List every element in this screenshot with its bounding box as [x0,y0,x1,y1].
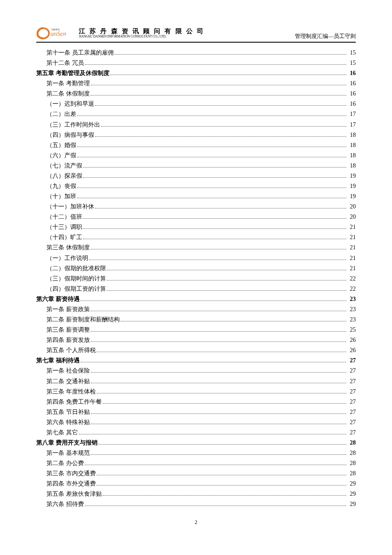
toc-entry-title: （十一）加班补休 [46,202,94,212]
toc-entry-page: 29 [350,489,356,499]
toc-entry-title: （四）假期工资的计算 [46,284,106,294]
toc-entry[interactable]: 第十一条 员工亲属的雇佣15 [36,48,356,58]
toc-entry-page: 27 [350,356,356,366]
toc-entry-page: 18 [350,150,356,161]
toc-entry[interactable]: 第四条 免费工作午餐27 [36,397,356,407]
toc-entry[interactable]: 第一条 社会保险27 [36,366,356,376]
toc-entry-page: 18 [350,161,356,171]
toc-entry-title: （二）出差 [46,109,76,119]
toc-entry-title: 第二条 休假制度 [46,89,90,99]
toc-entry-title: 第二条 薪资制度和薪酬结构 [46,315,120,325]
toc-entry-title: （十四）旷工 [46,232,82,243]
toc-entry-page: 21 [350,222,356,232]
toc-entry-title: （二）假期的批准权限 [46,263,106,274]
toc-entry[interactable]: （二）假期的批准权限21 [36,263,356,274]
toc-entry[interactable]: 第二条 交通补贴27 [36,376,356,387]
toc-entry[interactable]: 第三条 薪资调整25 [36,325,356,335]
toc-entry-title: 第三条 休假制度 [46,243,90,253]
toc-entry[interactable]: 第六条 特殊补贴27 [36,417,356,428]
toc-entry-page: 18 [350,130,356,140]
toc-entry[interactable]: （四）病假与事假18 [36,130,356,140]
toc-entry-page: 16 [350,68,356,78]
toc-entry-title: 第五条 个人所得税 [46,345,96,356]
toc-entry[interactable]: 第六章 薪资待遇23 [36,294,356,304]
toc-leader [97,471,347,475]
toc-entry[interactable]: 第二条 休假制度16 [36,89,356,99]
toc-entry-title: 第一条 考勤管理 [46,78,90,89]
toc-leader [83,174,346,178]
toc-entry[interactable]: （一）工作说明21 [36,253,356,263]
toc-leader [95,205,346,208]
toc-entry[interactable]: （十一）加班补休20 [36,202,356,212]
toc-entry[interactable]: （十四）旷工21 [36,232,356,243]
toc-entry-title: 第二条 办公费 [46,458,84,468]
toc-entry[interactable]: 第一条 基本规范28 [36,448,356,458]
toc-entry[interactable]: （二）出差17 [36,109,356,119]
toc-entry-title: 第三条 年度性体检 [46,387,96,397]
toc-entry[interactable]: 第四条 市外交通费29 [36,479,356,489]
page-header: anSen 丹森咨询 江 苏 丹 森 资 讯 顾 问 有 限 公 司 JIANG… [36,26,356,43]
doc-title: 管理制度汇编—员工守则 [295,32,356,41]
toc-entry-page: 27 [350,407,356,417]
toc-entry-page: 27 [350,366,356,376]
toc-leader [91,92,347,95]
toc-entry[interactable]: （十）加班19 [36,191,356,202]
toc-entry[interactable]: （一）迟到和早退16 [36,99,356,109]
toc-entry[interactable]: （十三）调职21 [36,222,356,232]
toc-entry-title: 第一条 基本规范 [46,448,90,458]
toc-entry-page: 27 [350,428,356,438]
toc-entry[interactable]: （七）流产假18 [36,161,356,171]
toc-entry[interactable]: 第五条 个人所得税26 [36,345,356,356]
toc-entry-title: 第一条 社会保险 [46,366,90,376]
toc-entry[interactable]: 第二条 薪资制度和薪酬结构23 [36,315,356,325]
toc-entry[interactable]: 第十二条 冗员15 [36,58,356,68]
toc-leader [85,502,347,506]
toc-entry-page: 18 [350,140,356,150]
toc-entry[interactable]: 第一条 考勤管理16 [36,78,356,89]
toc-entry[interactable]: （九）丧假19 [36,181,356,191]
toc-entry-page: 19 [350,171,356,181]
toc-entry[interactable]: 第二条 办公费28 [36,458,356,468]
toc-entry-title: 第四条 免费工作午餐 [46,397,102,407]
toc-entry[interactable]: 第七章 福利待遇27 [36,356,356,366]
toc-entry-page: 22 [350,274,356,284]
page: anSen 丹森咨询 江 苏 丹 森 资 讯 顾 问 有 限 公 司 JIANG… [0,0,392,543]
toc-leader [77,143,346,147]
toc-entry[interactable]: 第一条 薪资政策23 [36,304,356,315]
toc-entry[interactable]: 第三条 年度性体检27 [36,387,356,397]
toc-entry-title: （七）流产假 [46,161,82,171]
toc-entry[interactable]: 第七条 其它27 [36,428,356,438]
toc-entry[interactable]: （八）探亲假19 [36,171,356,181]
toc-entry-page: 17 [350,109,356,119]
toc-leader [103,492,347,496]
toc-entry-page: 29 [350,479,356,489]
toc-entry[interactable]: （三）假期时间的计算22 [36,274,356,284]
toc-entry[interactable]: 第三条 休假制度21 [36,243,356,253]
toc-entry[interactable]: （三）工作时间外出17 [36,120,356,130]
toc-entry-title: （十三）调职 [46,222,82,232]
toc-leader [121,318,347,321]
toc-entry[interactable]: 第四条 薪资发放26 [36,335,356,345]
toc-leader [110,71,347,75]
toc-entry[interactable]: 第三条 市内交通费28 [36,468,356,479]
toc-entry[interactable]: 第五条 节日补贴27 [36,407,356,417]
toc-entry[interactable]: 第六条 招待费29 [36,499,356,509]
toc-leader [97,389,347,393]
toc-entry[interactable]: 第八章 费用开支与报销28 [36,438,356,448]
toc-entry-title: （六）产假 [46,150,76,161]
toc-entry[interactable]: 第五条 差旅伙食津贴29 [36,489,356,499]
toc-leader [107,266,346,270]
toc-entry[interactable]: （十二）值班20 [36,212,356,222]
toc-entry-page: 15 [350,48,356,58]
toc-entry[interactable]: 第五章 考勤管理及休假制度16 [36,68,356,78]
table-of-contents: 第十一条 员工亲属的雇佣15第十二条 冗员15第五章 考勤管理及休假制度16第一… [36,48,356,510]
toc-entry[interactable]: （五）婚假18 [36,140,356,150]
toc-entry-page: 21 [350,243,356,253]
toc-leader [77,112,346,116]
svg-text:丹森咨询: 丹森咨询 [51,28,60,31]
toc-leader [97,348,347,352]
toc-leader [89,256,346,260]
toc-entry-title: 第七条 其它 [46,428,78,438]
toc-entry[interactable]: （六）产假18 [36,150,356,161]
toc-entry[interactable]: （四）假期工资的计算22 [36,284,356,294]
